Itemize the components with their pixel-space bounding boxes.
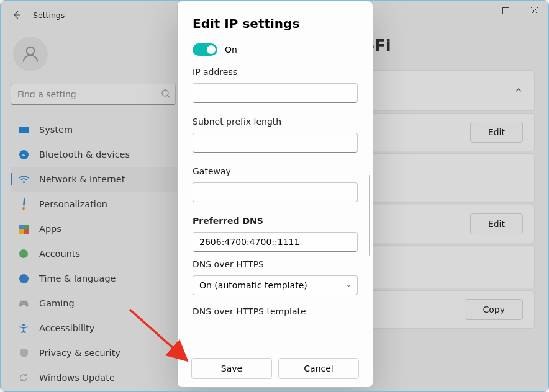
dns-over-https-select[interactable] [193,275,358,295]
preferred-dns-input[interactable] [193,232,358,252]
edit-ip-settings-dialog: Edit IP settings On IP address Subnet pr… [177,1,373,388]
doh-template-label: DNS over HTTPS template [193,306,358,316]
preferred-dns-label: Preferred DNS [193,216,358,226]
subnet-input[interactable] [193,133,358,153]
ip-settings-toggle[interactable] [193,43,217,56]
ip-address-label: IP address [193,67,358,77]
dialog-scrollbar[interactable] [369,175,370,256]
chevron-down-icon: ⌄ [346,280,352,288]
dns-over-https-label: DNS over HTTPS [193,259,358,269]
gateway-input[interactable] [193,182,358,202]
dialog-title: Edit IP settings [193,16,358,31]
save-button[interactable]: Save [191,358,272,379]
cancel-button[interactable]: Cancel [278,358,359,379]
ip-address-input[interactable] [193,83,358,103]
toggle-state-label: On [225,45,237,55]
gateway-label: Gateway [193,166,358,176]
subnet-label: Subnet prefix length [193,117,358,127]
